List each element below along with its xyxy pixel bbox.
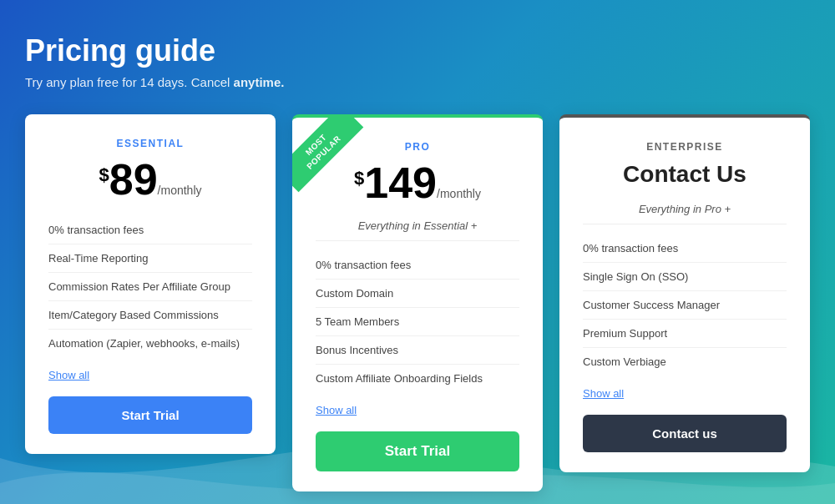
pricing-grid: ESSENTIAL $89/monthly 0% transaction fee… bbox=[25, 114, 810, 491]
plan-name-enterprise: ENTERPRISE bbox=[583, 141, 787, 153]
contact-us-button[interactable]: Contact us bbox=[583, 415, 787, 452]
price-period-essential: /monthly bbox=[158, 184, 202, 197]
list-item: Commission Rates Per Affiliate Group bbox=[48, 273, 252, 301]
show-all-enterprise[interactable]: Show all bbox=[583, 387, 787, 400]
page-title: Pricing guide bbox=[25, 33, 810, 68]
everything-in-pro: Everything in Essential + bbox=[316, 219, 519, 241]
list-item: Premium Support bbox=[583, 320, 787, 348]
price-row-pro: $149/monthly bbox=[316, 161, 519, 204]
plan-name-pro: PRO bbox=[316, 141, 519, 153]
subtitle-bold: anytime. bbox=[234, 75, 285, 89]
list-item: 0% transaction fees bbox=[48, 216, 252, 244]
subtitle-normal: Try any plan free for 14 days. Cancel bbox=[25, 75, 234, 89]
list-item: Bonus Incentives bbox=[316, 336, 519, 365]
list-item: Item/Category Based Commissions bbox=[48, 301, 252, 330]
everything-in-enterprise: Everything in Pro + bbox=[583, 203, 787, 224]
show-all-pro[interactable]: Show all bbox=[316, 404, 519, 416]
page-header: Pricing guide Try any plan free for 14 d… bbox=[25, 33, 810, 89]
price-symbol-pro: $ bbox=[354, 168, 364, 189]
list-item: Automation (Zapier, webhooks, e-mails) bbox=[48, 330, 252, 357]
start-trial-pro[interactable]: Start Trial bbox=[316, 431, 519, 471]
list-item: Real-Time Reporting bbox=[48, 244, 252, 273]
price-period-pro: /monthly bbox=[437, 187, 481, 200]
show-all-essential[interactable]: Show all bbox=[48, 369, 252, 381]
list-item: Custom Domain bbox=[316, 280, 519, 308]
list-item: 0% transaction fees bbox=[583, 234, 787, 263]
price-amount-essential: 89 bbox=[109, 155, 158, 204]
feature-list-pro: 0% transaction fees Custom Domain 5 Team… bbox=[316, 251, 519, 392]
list-item: 0% transaction fees bbox=[316, 251, 519, 280]
list-item: Customer Success Manager bbox=[583, 291, 787, 320]
plan-card-essential: ESSENTIAL $89/monthly 0% transaction fee… bbox=[25, 114, 276, 454]
price-amount-pro: 149 bbox=[364, 159, 437, 207]
start-trial-essential[interactable]: Start Trial bbox=[48, 396, 252, 434]
list-item: Custom Verbiage bbox=[583, 348, 787, 375]
price-row-essential: $89/monthly bbox=[48, 158, 252, 201]
plan-name-essential: ESSENTIAL bbox=[48, 138, 252, 149]
feature-list-essential: 0% transaction fees Real-Time Reporting … bbox=[48, 216, 252, 357]
plan-card-enterprise: ENTERPRISE Contact Us Everything in Pro … bbox=[559, 114, 810, 472]
list-item: Custom Affiliate Onboarding Fields bbox=[316, 365, 519, 392]
page-subtitle: Try any plan free for 14 days. Cancel an… bbox=[25, 75, 810, 89]
plan-card-pro: MOSTPOPULAR PRO $149/monthly Everything … bbox=[292, 114, 543, 491]
price-symbol-essential: $ bbox=[99, 164, 109, 186]
feature-list-enterprise: 0% transaction fees Single Sign On (SSO)… bbox=[583, 234, 787, 375]
list-item: 5 Team Members bbox=[316, 308, 519, 336]
list-item: Single Sign On (SSO) bbox=[583, 263, 787, 291]
contact-us-heading: Contact Us bbox=[583, 161, 787, 188]
